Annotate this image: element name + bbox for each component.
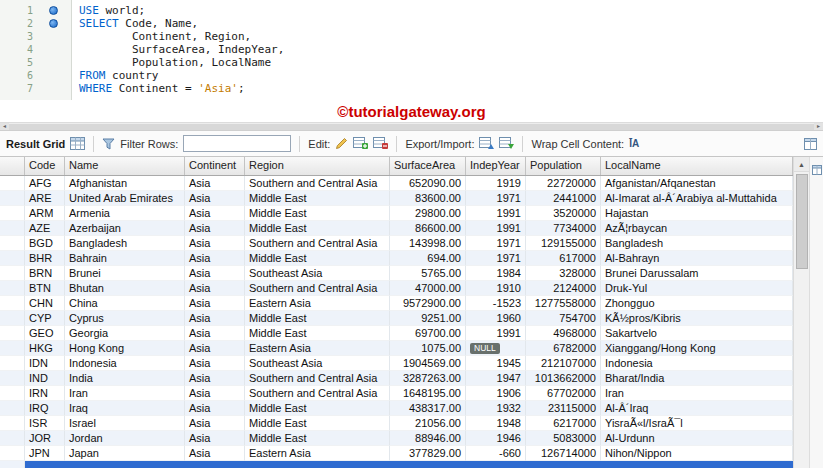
- grid-cell[interactable]: 1971: [466, 251, 526, 266]
- grid-cell[interactable]: YisraÃ«l/IsraÃ¯l: [601, 416, 793, 431]
- grid-column-header[interactable]: Code: [25, 157, 65, 175]
- grid-cell[interactable]: 6782000: [526, 341, 601, 356]
- grid-cell[interactable]: Bharat/India: [601, 371, 793, 386]
- grid-cell[interactable]: 2441000: [526, 191, 601, 206]
- grid-cell[interactable]: Bhutan: [65, 281, 185, 296]
- grid-cell[interactable]: Middle East: [245, 206, 390, 221]
- grid-cell[interactable]: 9572900.00: [390, 296, 466, 311]
- grid-cell[interactable]: Asia: [185, 326, 245, 341]
- grid-cell[interactable]: 21056.00: [390, 416, 466, 431]
- table-row[interactable]: ARMArmeniaAsiaMiddle East29800.001991352…: [0, 206, 793, 221]
- grid-cell[interactable]: Armenia: [65, 206, 185, 221]
- grid-cell[interactable]: Iraq: [65, 401, 185, 416]
- code-text[interactable]: FROM country: [72, 69, 158, 82]
- grid-cell[interactable]: 1910: [466, 281, 526, 296]
- editor-line[interactable]: 2SELECT Code, Name,: [0, 17, 823, 30]
- grid-column-header[interactable]: LocalName: [601, 157, 793, 175]
- grid-cell[interactable]: 4968000: [526, 326, 601, 341]
- code-text[interactable]: SELECT Code, Name,: [72, 17, 198, 30]
- grid-cell[interactable]: Bangladesh: [601, 236, 793, 251]
- grid-cell[interactable]: 129155000: [526, 236, 601, 251]
- grid-cell[interactable]: AZE: [25, 221, 65, 236]
- grid-cell[interactable]: Asia: [185, 446, 245, 461]
- grid-cell[interactable]: BRN: [25, 266, 65, 281]
- grid-cell[interactable]: Eastern Asia: [245, 341, 390, 356]
- grid-cell[interactable]: Southeast Asia: [245, 266, 390, 281]
- grid-cell[interactable]: Asia: [185, 251, 245, 266]
- table-row[interactable]: AREUnited Arab EmiratesAsiaMiddle East83…: [0, 191, 793, 206]
- grid-cell[interactable]: Hong Kong: [65, 341, 185, 356]
- grid-cell[interactable]: Al-Imarat al-Â´Arabiya al-Muttahida: [601, 191, 793, 206]
- grid-cell[interactable]: 1991: [466, 326, 526, 341]
- grid-cell[interactable]: BTN: [25, 281, 65, 296]
- grid-cell[interactable]: Al-Urdunn: [601, 431, 793, 446]
- grid-cell[interactable]: Asia: [185, 416, 245, 431]
- grid-cell[interactable]: -660: [466, 446, 526, 461]
- grid-cell[interactable]: Zhongguo: [601, 296, 793, 311]
- grid-cell[interactable]: Asia: [185, 371, 245, 386]
- grid-cell[interactable]: IRN: [25, 386, 65, 401]
- grid-cell[interactable]: Asia: [185, 401, 245, 416]
- grid-cell[interactable]: Iran: [65, 386, 185, 401]
- grid-cell[interactable]: 1906: [466, 386, 526, 401]
- grid-cell[interactable]: Sakartvelo: [601, 326, 793, 341]
- grid-column-header[interactable]: Name: [65, 157, 185, 175]
- grid-cell[interactable]: Brunei Darussalam: [601, 266, 793, 281]
- export-icon[interactable]: [479, 135, 494, 153]
- grid-cell[interactable]: 22720000: [526, 176, 601, 191]
- grid-cell[interactable]: ISR: [25, 416, 65, 431]
- grid-cell[interactable]: 617000: [526, 251, 601, 266]
- grid-cell[interactable]: 86600.00: [390, 221, 466, 236]
- grid-cell[interactable]: -1523: [466, 296, 526, 311]
- grid-cell[interactable]: 1075.00: [390, 341, 466, 356]
- grid-cell[interactable]: Asia: [185, 236, 245, 251]
- grid-cell[interactable]: Israel: [65, 416, 185, 431]
- grid-cell[interactable]: Cyprus: [65, 311, 185, 326]
- table-row[interactable]: CYPCyprusAsiaMiddle East9251.00196075470…: [0, 311, 793, 326]
- table-row[interactable]: BRNBruneiAsiaSoutheast Asia5765.00198432…: [0, 266, 793, 281]
- grid-cell[interactable]: Al-Â´Iraq: [601, 401, 793, 416]
- grid-cell[interactable]: Brunei: [65, 266, 185, 281]
- grid-cell[interactable]: Middle East: [245, 251, 390, 266]
- table-row[interactable]: IRQIraqAsiaMiddle East438317.00193223115…: [0, 401, 793, 416]
- grid-cell[interactable]: 328000: [526, 266, 601, 281]
- grid-cell[interactable]: 143998.00: [390, 236, 466, 251]
- grid-cell[interactable]: Georgia: [65, 326, 185, 341]
- grid-column-header[interactable]: Continent: [185, 157, 245, 175]
- grid-cell[interactable]: China: [65, 296, 185, 311]
- grid-cell[interactable]: 23115000: [526, 401, 601, 416]
- grid-cell[interactable]: Southern and Central Asia: [245, 371, 390, 386]
- grid-cell[interactable]: IRQ: [25, 401, 65, 416]
- grid-cell[interactable]: ARM: [25, 206, 65, 221]
- grid-cell[interactable]: Eastern Asia: [245, 446, 390, 461]
- grid-cell[interactable]: 83600.00: [390, 191, 466, 206]
- grid-cell[interactable]: IND: [25, 371, 65, 386]
- grid-cell[interactable]: Middle East: [245, 221, 390, 236]
- grid-cell[interactable]: 694.00: [390, 251, 466, 266]
- grid-cell[interactable]: 9251.00: [390, 311, 466, 326]
- grid-cell[interactable]: 1971: [466, 191, 526, 206]
- table-row[interactable]: CHNChinaAsiaEastern Asia9572900.00-15231…: [0, 296, 793, 311]
- editor-line[interactable]: 4 SurfaceArea, IndepYear,: [0, 43, 823, 56]
- grid-cell[interactable]: 1946: [466, 431, 526, 446]
- grid-cell[interactable]: KÃ½pros/Kibris: [601, 311, 793, 326]
- import-icon[interactable]: [499, 135, 514, 153]
- grid-cell[interactable]: Middle East: [245, 326, 390, 341]
- grid-cell[interactable]: Azerbaijan: [65, 221, 185, 236]
- grid-cell[interactable]: GEO: [25, 326, 65, 341]
- code-text[interactable]: WHERE Continent = 'Asia';: [72, 82, 245, 95]
- grid-cell[interactable]: Eastern Asia: [245, 296, 390, 311]
- grid-cell[interactable]: JPN: [25, 446, 65, 461]
- grid-cell[interactable]: 377829.00: [390, 446, 466, 461]
- grid-cell[interactable]: 1991: [466, 221, 526, 236]
- table-row-partial-selected[interactable]: [0, 461, 793, 468]
- grid-cell[interactable]: Middle East: [245, 401, 390, 416]
- code-text[interactable]: USE world;: [72, 4, 145, 17]
- result-grid-panel-icon[interactable]: [812, 161, 822, 468]
- editor-horizontal-scrollbar[interactable]: ◂ ▸: [0, 122, 823, 131]
- grid-cell[interactable]: Japan: [65, 446, 185, 461]
- grid-cell[interactable]: 67702000: [526, 386, 601, 401]
- table-row[interactable]: IRNIranAsiaSouthern and Central Asia1648…: [0, 386, 793, 401]
- grid-cell[interactable]: Southern and Central Asia: [245, 386, 390, 401]
- grid-cell[interactable]: Afghanistan: [65, 176, 185, 191]
